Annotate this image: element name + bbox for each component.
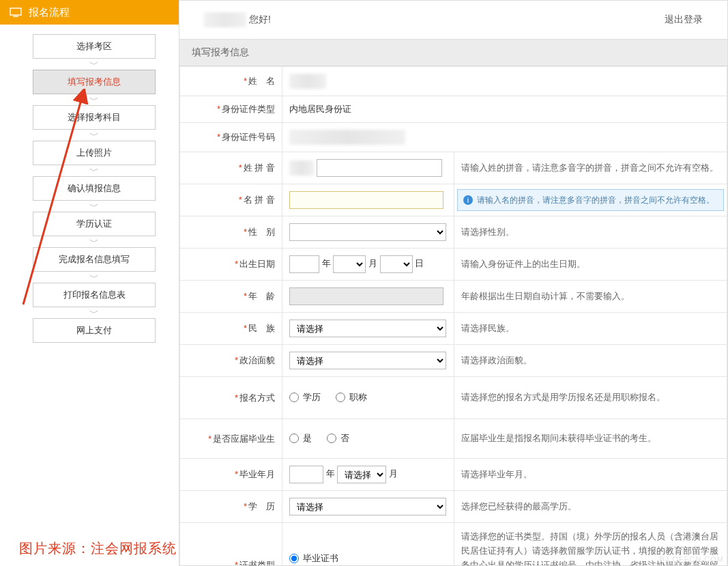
radio-reg-mode-degree[interactable]: 学历 <box>289 391 321 404</box>
label-gender: 性 别 <box>248 227 275 237</box>
hint-surname-pinyin: 请输入姓的拼音，请注意多音字的拼音，拼音之间不允许有空格。 <box>454 152 727 184</box>
select-nation[interactable]: 请选择 <box>289 320 446 337</box>
hint-gender: 请选择性别。 <box>454 216 727 249</box>
select-politics[interactable]: 请选择 <box>289 352 446 369</box>
radio-fresh-yes[interactable]: 是 <box>289 432 312 444</box>
step-item-2[interactable]: 选择报考科目 <box>33 105 156 130</box>
hint-grad-ym: 请选择毕业年月。 <box>454 459 727 491</box>
greeting-text: 您好! <box>204 12 271 27</box>
select-grad-month[interactable]: 请选择 <box>337 466 386 483</box>
step-item-6[interactable]: 完成报名信息填写 <box>33 247 156 272</box>
label-degree: 学 历 <box>248 501 275 511</box>
label-given-pinyin: 名 拼 音 <box>244 195 275 205</box>
source-note: 图片来源：注会网报系统 <box>19 539 177 558</box>
label-birth: 出生日期 <box>239 259 275 269</box>
step-item-0[interactable]: 选择考区 <box>33 34 156 59</box>
sidebar-title: 报名流程 <box>29 6 70 19</box>
chevron-down-icon: ﹀ <box>89 59 99 70</box>
chevron-down-icon: ﹀ <box>89 165 99 176</box>
label-age: 年 龄 <box>248 291 275 301</box>
label-nation: 民 族 <box>248 323 275 333</box>
input-birth-year[interactable] <box>289 255 319 273</box>
step-item-8[interactable]: 网上支付 <box>33 318 156 343</box>
chevron-down-icon: ﹀ <box>89 307 99 318</box>
label-fresh-grad: 是否应届毕业生 <box>213 434 275 444</box>
hint-fresh-grad: 应届毕业生是指报名期间未获得毕业证书的考生。 <box>454 419 727 459</box>
radio-fresh-no[interactable]: 否 <box>327 432 349 444</box>
step-item-5[interactable]: 学历认证 <box>33 212 156 236</box>
section-title: 填写报考信息 <box>179 39 727 66</box>
label-id-number: 身份证件号码 <box>222 132 275 142</box>
label-surname-pinyin: 姓 拼 音 <box>244 162 275 173</box>
select-gender[interactable] <box>289 223 446 241</box>
sidebar-header: 报名流程 <box>0 0 179 25</box>
tip-given-pinyin: i 请输入名的拼音，请注意多音字的拼音，拼音之间不允许有空格。 <box>457 189 724 211</box>
hint-age: 年龄根据出生日期自动计算，不需要输入。 <box>454 281 727 313</box>
input-grad-year[interactable] <box>289 466 323 483</box>
label-reg-mode: 报名方式 <box>239 393 275 403</box>
hint-reg-mode: 请选择您的报名方式是用学历报名还是用职称报名。 <box>454 377 727 419</box>
label-name: 姓 名 <box>248 76 275 86</box>
label-politics: 政治面貌 <box>239 355 275 365</box>
select-degree[interactable]: 请选择 <box>289 498 446 515</box>
step-item-3[interactable]: 上传照片 <box>33 141 156 165</box>
info-icon: i <box>463 195 473 205</box>
label-id-type: 身份证件类型 <box>222 104 275 114</box>
input-surname-pinyin[interactable] <box>317 159 442 177</box>
chevron-down-icon: ﹀ <box>89 201 99 212</box>
svg-rect-0 <box>10 8 21 15</box>
step-item-1[interactable]: 填写报考信息 <box>33 70 156 94</box>
chevron-down-icon: ﹀ <box>89 94 99 105</box>
radio-reg-mode-title[interactable]: 职称 <box>336 391 367 404</box>
value-id-type: 内地居民身份证 <box>289 104 351 114</box>
step-item-7[interactable]: 打印报名信息表 <box>33 283 156 307</box>
select-birth-day[interactable] <box>380 255 413 273</box>
chevron-down-icon: ﹀ <box>89 272 99 283</box>
radio-cert-grad[interactable]: 毕业证书 <box>289 552 338 565</box>
watermark: BJ.OFFCN.COM <box>660 555 725 563</box>
step-item-4[interactable]: 确认填报信息 <box>33 176 156 201</box>
select-birth-month[interactable] <box>333 255 366 273</box>
input-given-pinyin[interactable] <box>289 191 443 209</box>
chevron-down-icon: ﹀ <box>89 236 99 247</box>
hint-nation: 请选择民族。 <box>454 313 727 345</box>
hint-politics: 请选择政治面貌。 <box>454 345 727 377</box>
monitor-icon <box>10 8 22 17</box>
input-age-readonly <box>289 287 443 305</box>
label-grad-ym: 毕业年月 <box>239 469 275 479</box>
chevron-down-icon: ﹀ <box>89 130 99 141</box>
hint-birth: 请输入身份证件上的出生日期。 <box>454 249 727 281</box>
logout-link[interactable]: 退出登录 <box>665 14 703 26</box>
hint-degree: 选择您已经获得的最高学历。 <box>454 491 727 523</box>
label-cert-type: 证书类型 <box>239 560 275 566</box>
